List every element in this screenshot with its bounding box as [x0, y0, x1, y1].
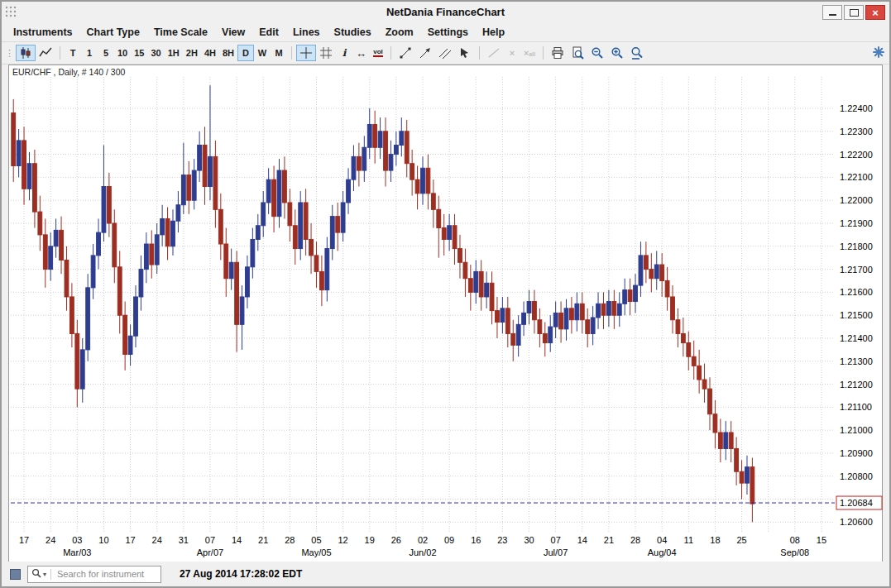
- maximize-button[interactable]: [844, 5, 864, 20]
- x-axis-labels: 1724031017243107142128051219260209162330…: [19, 535, 826, 557]
- svg-text:Sep/08: Sep/08: [780, 547, 809, 557]
- channel-button[interactable]: [435, 45, 455, 61]
- search-divider: [50, 569, 51, 580]
- zoom-in-icon: [611, 46, 624, 60]
- svg-text:31: 31: [179, 535, 189, 545]
- svg-text:Aug/04: Aug/04: [648, 547, 677, 557]
- toolbar-separator: [60, 46, 60, 60]
- timeframe-5-button[interactable]: 5: [98, 45, 114, 61]
- menu-time-scale[interactable]: Time Scale: [147, 25, 214, 40]
- zoom-reset-button[interactable]: [627, 45, 647, 61]
- ray-button[interactable]: [415, 45, 435, 61]
- svg-text:21: 21: [258, 535, 268, 545]
- timeframe-T-button[interactable]: T: [65, 45, 81, 61]
- svg-text:23: 23: [497, 535, 507, 545]
- svg-text:17: 17: [19, 535, 29, 545]
- timeframe-8H-button[interactable]: 8H: [219, 45, 237, 61]
- crosshair-button[interactable]: [296, 45, 316, 61]
- y-axis-labels: 1.224001.223001.222001.221001.220001.219…: [840, 103, 873, 527]
- menu-chart-type[interactable]: Chart Type: [80, 25, 146, 40]
- crosshair-icon: [299, 46, 313, 60]
- trendline-icon: [399, 46, 412, 60]
- netdania-logo-icon[interactable]: [873, 46, 884, 61]
- zoom-out-button[interactable]: [587, 45, 607, 61]
- svg-text:18: 18: [710, 535, 720, 545]
- line-chart-button[interactable]: [36, 45, 55, 61]
- info-button[interactable]: i: [336, 45, 352, 61]
- search-input[interactable]: [55, 568, 157, 580]
- ray-icon: [419, 46, 432, 60]
- h-scroll-icon: ↔: [356, 47, 366, 60]
- svg-text:24: 24: [152, 535, 162, 545]
- remove-line-icon: [487, 46, 501, 60]
- svg-text:30: 30: [524, 535, 534, 545]
- svg-text:1.22100: 1.22100: [840, 172, 873, 182]
- menu-settings[interactable]: Settings: [421, 25, 475, 40]
- timeframe-15-button[interactable]: 15: [131, 45, 147, 61]
- timeframe-2H-button[interactable]: 2H: [183, 45, 201, 61]
- title-bar[interactable]: NetDania FinanceChart ×: [2, 2, 889, 23]
- search-icon: [31, 566, 41, 581]
- instrument-search-box[interactable]: ▾: [27, 566, 161, 583]
- print-icon: [551, 46, 564, 60]
- chart-svg[interactable]: 1.224001.223001.222001.221001.220001.219…: [9, 65, 884, 562]
- svg-text:1.21200: 1.21200: [840, 380, 873, 390]
- candlestick-chart-button[interactable]: [16, 45, 36, 61]
- menu-view[interactable]: View: [215, 25, 251, 40]
- timeframe-4H-button[interactable]: 4H: [201, 45, 219, 61]
- menu-help[interactable]: Help: [476, 25, 511, 40]
- svg-text:08: 08: [790, 535, 800, 545]
- print-preview-icon: [571, 46, 584, 60]
- grid-button[interactable]: [316, 45, 336, 61]
- svg-text:1.20900: 1.20900: [840, 448, 873, 458]
- timeframe-10-button[interactable]: 10: [114, 45, 131, 61]
- timeframe-30-button[interactable]: 30: [148, 45, 165, 61]
- svg-text:1.21500: 1.21500: [840, 310, 873, 320]
- menu-instruments[interactable]: Instruments: [7, 25, 79, 40]
- zoom-in-button[interactable]: [607, 45, 627, 61]
- pointer-button[interactable]: [455, 45, 475, 61]
- svg-text:1.20684: 1.20684: [840, 498, 873, 508]
- svg-text:24: 24: [46, 535, 55, 545]
- svg-text:1.21100: 1.21100: [840, 402, 872, 412]
- timeframe-D-button[interactable]: D: [237, 45, 254, 61]
- volume-button[interactable]: vol: [370, 45, 386, 61]
- menu-studies[interactable]: Studies: [328, 25, 378, 40]
- print-button[interactable]: [548, 45, 568, 61]
- timeframe-W-button[interactable]: W: [254, 45, 271, 61]
- h-scroll-button[interactable]: ↔: [352, 45, 370, 61]
- timeframe-M-button[interactable]: M: [271, 45, 287, 61]
- print-preview-button[interactable]: [568, 45, 587, 61]
- remove-line-button: [484, 45, 504, 61]
- svg-text:16: 16: [471, 535, 481, 545]
- connection-status-icon: [10, 569, 21, 580]
- zoom-out-icon: [591, 46, 604, 60]
- remove-all-button: ×all: [520, 45, 539, 61]
- svg-text:14: 14: [577, 535, 587, 545]
- price-chart[interactable]: 1.224001.223001.222001.221001.220001.219…: [9, 65, 882, 562]
- svg-text:10: 10: [98, 535, 108, 545]
- menu-zoom[interactable]: Zoom: [379, 25, 420, 40]
- trendline-button[interactable]: [395, 45, 415, 61]
- menu-lines[interactable]: Lines: [286, 25, 327, 40]
- svg-text:1.21000: 1.21000: [840, 425, 873, 435]
- svg-text:1.21700: 1.21700: [840, 265, 873, 275]
- minimize-button[interactable]: [822, 5, 842, 20]
- toolbar-grip-icon: ⋮: [5, 48, 12, 59]
- menu-edit[interactable]: Edit: [252, 25, 285, 40]
- svg-text:12: 12: [338, 535, 347, 545]
- zoom-reset-icon: [630, 46, 644, 60]
- svg-text:1.21300: 1.21300: [840, 356, 873, 366]
- svg-text:19: 19: [365, 535, 375, 545]
- svg-text:1.21900: 1.21900: [840, 218, 873, 228]
- timeframe-1-button[interactable]: 1: [81, 45, 98, 61]
- svg-text:Jul/07: Jul/07: [544, 547, 568, 557]
- svg-text:05: 05: [311, 535, 321, 545]
- svg-text:11: 11: [684, 535, 693, 545]
- timeframe-1H-button[interactable]: 1H: [165, 45, 183, 61]
- caret-down-icon[interactable]: ▾: [43, 571, 46, 578]
- svg-text:03: 03: [72, 535, 82, 545]
- chart-header-label: EUR/CHF , Daily, # 140 / 300: [12, 67, 125, 77]
- remove-selected-button: ×: [504, 45, 520, 61]
- close-button[interactable]: ×: [865, 5, 885, 20]
